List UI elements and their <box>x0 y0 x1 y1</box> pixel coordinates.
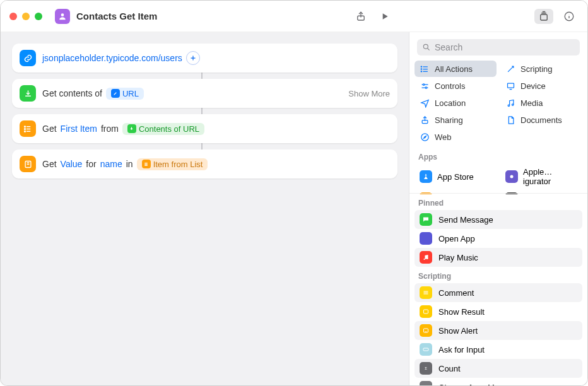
value-picker[interactable]: Value <box>61 159 83 169</box>
category-media[interactable]: Media <box>500 95 582 111</box>
svg-point-16 <box>512 103 514 105</box>
list-item-icon <box>20 120 36 137</box>
pinned-label: Pinned <box>409 194 587 210</box>
svg-point-22 <box>427 258 428 259</box>
category-grid: All Actions Scripting Controls Device Lo… <box>409 61 587 148</box>
label: Get <box>42 159 57 169</box>
action-comment[interactable]: Comment <box>415 283 582 302</box>
app-configurator[interactable]: Apple…igurator <box>500 164 582 189</box>
share-icon <box>420 115 430 125</box>
show-more-button[interactable]: Show More <box>348 89 390 98</box>
apps-label: Apps <box>409 148 587 164</box>
pinned-open-app[interactable]: Open App <box>415 229 582 248</box>
shortcut-app-icon <box>55 9 70 24</box>
pinned-play-music[interactable]: Play Music <box>415 248 582 267</box>
svg-point-21 <box>424 259 425 260</box>
svg-rect-2 <box>541 15 548 20</box>
safari-icon <box>420 132 430 142</box>
scripting-list: Comment Show Result Show Alert Ask for I… <box>409 283 587 385</box>
svg-text:Σ: Σ <box>425 366 427 370</box>
scripting-label: Scripting <box>409 267 587 283</box>
download-icon <box>20 85 36 102</box>
zoom-window[interactable] <box>35 13 42 20</box>
svg-point-4 <box>24 126 25 127</box>
share-button[interactable] <box>355 11 367 22</box>
search-placeholder: Search <box>435 42 462 52</box>
connector <box>201 73 203 79</box>
action-show-result[interactable]: Show Result <box>415 302 582 321</box>
action-get-contents[interactable]: Get contents of URL Show More <box>12 79 397 108</box>
category-web[interactable]: Web <box>415 129 497 145</box>
window-title: Contacts Get Item <box>76 11 157 21</box>
list-icon <box>420 64 430 74</box>
label: in <box>126 159 133 169</box>
label: Get contents of <box>42 88 102 98</box>
svg-point-19 <box>510 175 514 178</box>
svg-point-12 <box>423 83 425 85</box>
connector <box>201 108 203 114</box>
close-window[interactable] <box>9 13 17 20</box>
svg-rect-25 <box>423 348 428 351</box>
svg-point-11 <box>421 71 421 71</box>
info-toggle[interactable] <box>560 9 579 24</box>
window: Contacts Get Item <box>0 0 588 386</box>
category-all-actions[interactable]: All Actions <box>415 61 497 77</box>
slider-icon <box>420 81 430 91</box>
source-chip[interactable]: Item from List <box>137 158 208 170</box>
svg-point-13 <box>425 86 427 88</box>
action-library-sidebar: Search All Actions Scripting Controls <box>409 32 587 385</box>
svg-point-18 <box>421 133 428 140</box>
doc-icon <box>505 115 515 125</box>
category-controls[interactable]: Controls <box>415 78 497 94</box>
item-picker[interactable]: First Item <box>61 124 97 134</box>
svg-point-8 <box>423 44 428 49</box>
library-toggle[interactable] <box>534 9 553 24</box>
label: for <box>86 159 96 169</box>
url-token[interactable]: jsonplaceholder.typicode.com/users <box>42 53 182 63</box>
location-icon <box>420 98 430 108</box>
link-icon <box>20 50 36 66</box>
titlebar: Contacts Get Item <box>1 1 587 32</box>
label: from <box>101 124 119 134</box>
key-input[interactable]: name <box>100 159 122 169</box>
svg-point-0 <box>61 13 64 16</box>
search-input[interactable]: Search <box>417 39 580 56</box>
wand-icon <box>505 64 515 74</box>
svg-rect-14 <box>507 83 514 88</box>
category-location[interactable]: Location <box>415 95 497 111</box>
app-appstore[interactable]: App Store <box>415 164 497 189</box>
svg-rect-23 <box>424 310 428 313</box>
music-icon <box>505 98 515 108</box>
add-url-button[interactable] <box>186 51 200 65</box>
category-scripting[interactable]: Scripting <box>500 61 582 77</box>
action-choose-menu[interactable]: Choose from Menu <box>415 378 582 385</box>
action-url[interactable]: jsonplaceholder.typicode.com/users <box>12 44 397 73</box>
category-sharing[interactable]: Sharing <box>415 112 497 128</box>
window-controls <box>9 13 42 20</box>
action-get-value[interactable]: Get Value for name in Item from List <box>12 149 397 178</box>
label: Get <box>42 124 57 134</box>
pinned-send-message[interactable]: Send Message <box>415 210 582 229</box>
action-ask-input[interactable]: Ask for Input <box>415 340 582 359</box>
action-show-alert[interactable]: Show Alert <box>415 321 582 340</box>
svg-point-10 <box>421 68 421 69</box>
svg-point-15 <box>508 105 510 107</box>
connector <box>201 143 203 149</box>
action-get-item[interactable]: Get First Item from Contents of URL <box>12 114 397 143</box>
category-documents[interactable]: Documents <box>500 112 582 128</box>
svg-point-5 <box>24 128 25 129</box>
category-device[interactable]: Device <box>500 78 582 94</box>
action-count[interactable]: Σ Count <box>415 359 582 378</box>
url-input-chip[interactable]: URL <box>106 88 144 100</box>
svg-point-6 <box>24 131 25 132</box>
device-icon <box>505 81 515 91</box>
dictionary-icon <box>20 156 36 172</box>
apps-grid: App Store Apple…igurator Books Calculato… <box>409 164 587 194</box>
svg-point-9 <box>421 66 421 67</box>
workflow-canvas[interactable]: jsonplaceholder.typicode.com/users Get c… <box>1 32 409 385</box>
body: jsonplaceholder.typicode.com/users Get c… <box>1 32 587 385</box>
minimize-window[interactable] <box>22 13 30 20</box>
pinned-list: Send Message Open App Play Music <box>409 210 587 267</box>
run-button[interactable] <box>379 11 391 22</box>
source-chip[interactable]: Contents of URL <box>122 123 204 135</box>
